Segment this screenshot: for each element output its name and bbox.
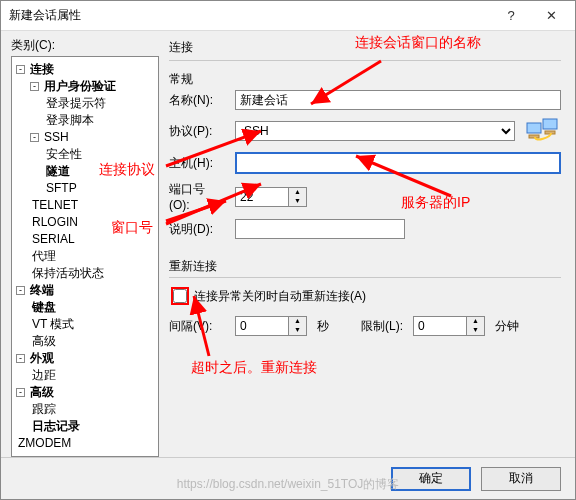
tree-keyboard[interactable]: 键盘	[30, 299, 58, 316]
tree-appearance[interactable]: 外观	[28, 350, 56, 367]
tree-sftp[interactable]: SFTP	[44, 180, 79, 197]
spin-down-icon[interactable]: ▼	[289, 326, 306, 335]
expand-icon[interactable]: -	[30, 82, 39, 91]
expand-icon[interactable]: -	[16, 65, 25, 74]
tree-login-prompt[interactable]: 登录提示符	[44, 95, 108, 112]
tree-rlogin[interactable]: RLOGIN	[30, 214, 80, 231]
desc-input[interactable]	[235, 219, 405, 239]
interval-spinner[interactable]: ▲▼	[235, 316, 307, 336]
interval-label: 间隔(V):	[169, 318, 225, 335]
tree-serial[interactable]: SERIAL	[30, 231, 77, 248]
spin-up-icon[interactable]: ▲	[467, 317, 484, 326]
interval-input[interactable]	[236, 317, 288, 335]
svg-rect-2	[543, 119, 557, 129]
ok-button[interactable]: 确定	[391, 467, 471, 491]
tree-security[interactable]: 安全性	[44, 146, 84, 163]
tree-connection[interactable]: 连接	[28, 61, 56, 78]
tree-proxy[interactable]: 代理	[30, 248, 58, 265]
tree-ssh[interactable]: SSH	[42, 129, 71, 146]
spin-down-icon[interactable]: ▼	[289, 197, 306, 206]
minutes-label: 分钟	[495, 318, 519, 335]
auto-reconnect-label: 连接异常关闭时自动重新连接(A)	[194, 288, 366, 305]
tree-keepalive[interactable]: 保持活动状态	[30, 265, 106, 282]
name-input[interactable]	[235, 90, 561, 110]
general-label: 常规	[169, 71, 561, 88]
expand-icon[interactable]: -	[16, 388, 25, 397]
port-spinner[interactable]: ▲▼	[235, 187, 307, 207]
dialog: 新建会话属性 ? ✕ 类别(C): -连接 -用户身份验证 登录提示符 登录脚本	[0, 0, 576, 500]
expand-icon[interactable]: -	[16, 354, 25, 363]
limit-input[interactable]	[414, 317, 466, 335]
host-input[interactable]	[235, 152, 561, 174]
category-tree[interactable]: -连接 -用户身份验证 登录提示符 登录脚本 -SSH 安全性	[11, 56, 159, 457]
tree-margin[interactable]: 边距	[30, 367, 58, 384]
tree-vtmode[interactable]: VT 模式	[30, 316, 76, 333]
help-button[interactable]: ?	[491, 2, 531, 30]
tree-logging[interactable]: 日志记录	[30, 418, 82, 435]
window-title: 新建会话属性	[9, 7, 491, 24]
port-label: 端口号(O):	[169, 181, 225, 212]
expand-icon[interactable]: -	[16, 286, 25, 295]
port-input[interactable]	[236, 188, 288, 206]
spin-up-icon[interactable]: ▲	[289, 317, 306, 326]
protocol-select[interactable]: SSH	[235, 121, 515, 141]
tree-advanced-term[interactable]: 高级	[30, 333, 58, 350]
tree-advanced[interactable]: 高级	[28, 384, 56, 401]
spin-up-icon[interactable]: ▲	[289, 188, 306, 197]
divider	[169, 277, 561, 278]
watermark: https://blog.csdn.net/weixin_51TOJ的博客	[177, 476, 400, 493]
category-label: 类别(C):	[11, 37, 159, 54]
host-label: 主机(H):	[169, 155, 225, 172]
close-button[interactable]: ✕	[531, 2, 571, 30]
tree-login-script[interactable]: 登录脚本	[44, 112, 96, 129]
protocol-label: 协议(P):	[169, 123, 225, 140]
limit-spinner[interactable]: ▲▼	[413, 316, 485, 336]
svg-rect-1	[529, 135, 539, 138]
titlebar: 新建会话属性 ? ✕	[1, 1, 575, 31]
divider	[169, 60, 561, 61]
tree-zmodem[interactable]: ZMODEM	[16, 435, 73, 452]
tree-tunnel[interactable]: 隧道	[44, 163, 72, 180]
limit-label: 限制(L):	[361, 318, 403, 335]
cancel-button[interactable]: 取消	[481, 467, 561, 491]
expand-icon[interactable]: -	[30, 133, 39, 142]
desc-label: 说明(D):	[169, 221, 225, 238]
tree-telnet[interactable]: TELNET	[30, 197, 80, 214]
dialog-body: 类别(C): -连接 -用户身份验证 登录提示符 登录脚本 -SSH	[1, 31, 575, 457]
tree-trace[interactable]: 跟踪	[30, 401, 58, 418]
seconds-label: 秒	[317, 318, 329, 335]
right-column: 连接 常规 名称(N): 协议(P): SSH	[165, 37, 565, 457]
tree-auth[interactable]: 用户身份验证	[42, 78, 118, 95]
connection-icon	[525, 117, 561, 145]
left-column: 类别(C): -连接 -用户身份验证 登录提示符 登录脚本 -SSH	[11, 37, 159, 457]
section-connect-title: 连接	[169, 39, 561, 56]
svg-rect-0	[527, 123, 541, 133]
name-label: 名称(N):	[169, 92, 225, 109]
auto-reconnect-checkbox[interactable]	[173, 289, 187, 303]
reconnect-section-title: 重新连接	[169, 258, 561, 275]
tree-terminal[interactable]: 终端	[28, 282, 56, 299]
spin-down-icon[interactable]: ▼	[467, 326, 484, 335]
